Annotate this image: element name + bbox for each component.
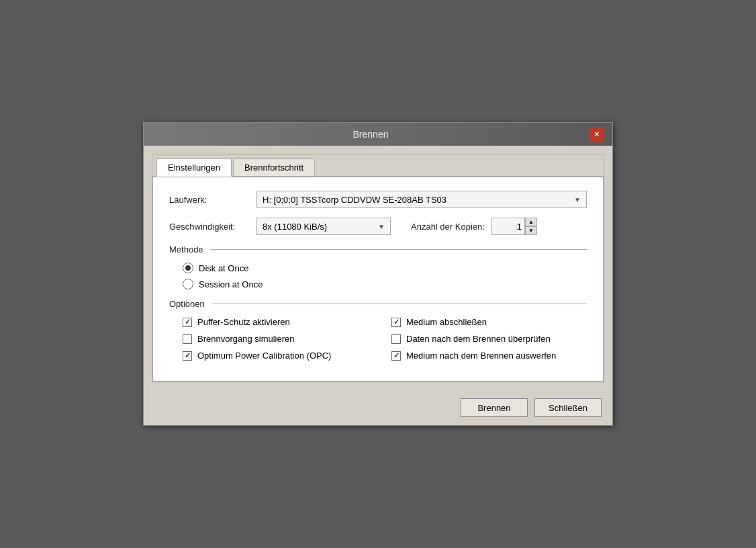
spinner-buttons: ▲ ▼	[525, 218, 537, 235]
radio-disk-at-once-label: Disk at Once	[199, 263, 248, 273]
checkbox-opc-label: Optimum Power Calibration (OPC)	[197, 351, 331, 361]
geschwindigkeit-row: Geschwindigkeit: 8x (11080 KiB/s) ▼ Anza…	[169, 218, 587, 235]
geschwindigkeit-label: Geschwindigkeit:	[169, 222, 256, 232]
tab-content: Laufwerk: H: [0;0;0] TSSTcorp CDDVDW SE-…	[152, 177, 604, 381]
spinner-up-button[interactable]: ▲	[525, 218, 537, 226]
geschwindigkeit-dropdown-icon: ▼	[378, 223, 385, 230]
laufwerk-value: H: [0;0;0] TSSTcorp CDDVDW SE-208AB TS03	[263, 195, 446, 205]
dialog-title: Brennen	[152, 129, 589, 140]
checkbox-medium-auswerfen-indicator: ✓	[391, 351, 401, 361]
checkbox-medium-abschliessen[interactable]: ✓ Medium abschließen	[391, 317, 587, 327]
title-bar: Brennen ×	[144, 123, 612, 146]
spinner-down-button[interactable]: ▼	[525, 226, 537, 235]
close-button[interactable]: ×	[589, 127, 604, 142]
methode-title: Methode	[169, 244, 203, 255]
methode-radio-group: Disk at Once Session at Once	[183, 263, 587, 289]
optionen-grid: ✓ Puffer-Schutz aktivieren ✓ Medium absc…	[183, 317, 587, 361]
anzahl-label: Anzahl der Kopien:	[411, 222, 485, 232]
checkbox-medium-abschliessen-label: Medium abschließen	[406, 317, 487, 327]
copies-section: Anzahl der Kopien: ▲ ▼	[411, 218, 537, 235]
dialog-footer: Brennen Schließen	[144, 390, 612, 425]
copies-spinner: ▲ ▼	[491, 218, 537, 235]
checkbox-puffer-schutz[interactable]: ✓ Puffer-Schutz aktivieren	[183, 317, 378, 327]
optionen-section-header: Optionen	[169, 299, 587, 309]
checkbox-brennvorgang-simulieren-indicator	[183, 334, 192, 344]
schliessen-button[interactable]: Schließen	[534, 398, 602, 417]
checkbox-brennvorgang-simulieren[interactable]: Brennvorgang simulieren	[183, 334, 378, 344]
tab-bar: Einstellungen Brennfortschritt	[152, 154, 604, 177]
checkbox-medium-abschliessen-indicator: ✓	[391, 318, 401, 327]
radio-session-at-once-indicator	[183, 279, 193, 289]
checkbox-opc-indicator: ✓	[183, 351, 192, 361]
radio-session-at-once-label: Session at Once	[199, 279, 263, 289]
methode-section-header: Methode	[169, 244, 587, 255]
optionen-divider	[211, 304, 587, 304]
checkbox-opc[interactable]: ✓ Optimum Power Calibration (OPC)	[183, 351, 378, 361]
laufwerk-select[interactable]: H: [0;0;0] TSSTcorp CDDVDW SE-208AB TS03…	[256, 191, 587, 208]
geschwindigkeit-value: 8x (11080 KiB/s)	[263, 222, 327, 232]
dialog-content: Einstellungen Brennfortschritt Laufwerk:…	[152, 154, 604, 382]
checkbox-medium-auswerfen-label: Medium nach dem Brennen auswerfen	[406, 351, 556, 361]
laufwerk-label: Laufwerk:	[169, 195, 256, 205]
optionen-title: Optionen	[169, 299, 205, 309]
laufwerk-dropdown-icon: ▼	[574, 196, 581, 203]
checkbox-medium-auswerfen[interactable]: ✓ Medium nach dem Brennen auswerfen	[391, 351, 587, 361]
laufwerk-row: Laufwerk: H: [0;0;0] TSSTcorp CDDVDW SE-…	[169, 191, 587, 208]
checkbox-puffer-schutz-label: Puffer-Schutz aktivieren	[197, 317, 290, 327]
checkbox-daten-pruefen[interactable]: Daten nach dem Brennen überprüfen	[391, 334, 587, 344]
brennen-button[interactable]: Brennen	[461, 398, 528, 417]
copies-input[interactable]	[491, 218, 525, 235]
radio-disk-at-once-indicator	[183, 263, 193, 273]
checkbox-daten-pruefen-indicator	[391, 334, 401, 344]
methode-divider	[210, 249, 587, 250]
checkbox-puffer-schutz-indicator: ✓	[183, 318, 192, 327]
dialog: Brennen × Einstellungen Brennfortschritt…	[143, 122, 613, 426]
radio-disk-at-once[interactable]: Disk at Once	[183, 263, 587, 273]
geschwindigkeit-select[interactable]: 8x (11080 KiB/s) ▼	[256, 218, 391, 235]
checkbox-daten-pruefen-label: Daten nach dem Brennen überprüfen	[406, 334, 551, 344]
radio-session-at-once[interactable]: Session at Once	[183, 279, 587, 289]
tab-einstellungen[interactable]: Einstellungen	[156, 158, 232, 177]
checkbox-brennvorgang-simulieren-label: Brennvorgang simulieren	[197, 334, 295, 344]
tab-brennfortschritt[interactable]: Brennfortschritt	[233, 158, 315, 176]
